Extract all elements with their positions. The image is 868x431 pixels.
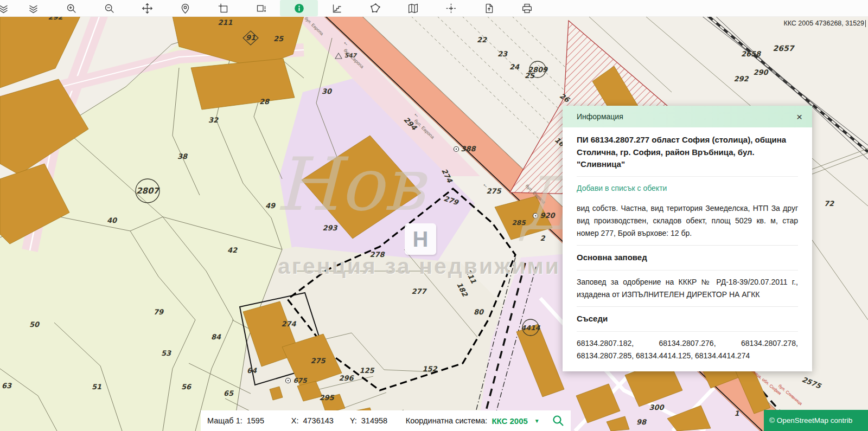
svg-text:211: 211 xyxy=(218,18,232,27)
search-button[interactable] xyxy=(546,410,571,431)
section-heading-neighbors: Съседи xyxy=(577,306,798,332)
svg-text:290: 290 xyxy=(753,68,769,76)
polygon-select-icon[interactable] xyxy=(356,0,394,16)
svg-text:275: 275 xyxy=(486,187,501,195)
svg-text:30: 30 xyxy=(322,87,333,95)
svg-text:42: 42 xyxy=(227,246,238,254)
svg-text:292: 292 xyxy=(733,75,749,83)
svg-text:72: 72 xyxy=(824,200,834,208)
y-input[interactable]: 314958 xyxy=(361,416,390,425)
svg-text:152: 152 xyxy=(422,365,437,373)
svg-text:50: 50 xyxy=(29,320,40,329)
svg-text:98: 98 xyxy=(636,418,647,426)
svg-text:296: 296 xyxy=(339,374,354,382)
chevron-down-icon[interactable]: ▼ xyxy=(534,418,540,424)
info-panel-header: Информация × xyxy=(563,106,812,127)
svg-text:63: 63 xyxy=(2,382,12,390)
zoom-in-icon[interactable] xyxy=(52,0,90,16)
add-to-list-link[interactable]: Добави в списък с обекти xyxy=(577,177,798,197)
info-icon[interactable] xyxy=(280,0,318,16)
print-icon[interactable] xyxy=(508,0,546,16)
svg-text:53: 53 xyxy=(161,349,171,357)
svg-text:56: 56 xyxy=(181,383,192,391)
svg-text:2657: 2657 xyxy=(773,44,795,53)
status-bar: Мащаб 1: 1595 X: 4736143 Y: 314958 Коорд… xyxy=(201,410,546,431)
svg-text:275: 275 xyxy=(310,357,326,365)
svg-text:38: 38 xyxy=(177,152,188,160)
section-text-neighbors: 68134.2807.182, 68134.2807.276, 68134.28… xyxy=(577,332,798,368)
svg-text:4414: 4414 xyxy=(521,324,541,332)
svg-text:388: 388 xyxy=(461,145,476,153)
location-pin-icon[interactable] xyxy=(166,0,204,16)
y-label: Y: xyxy=(350,416,357,425)
svg-text:278: 278 xyxy=(369,250,385,259)
svg-text:23: 23 xyxy=(497,50,508,58)
svg-text:80: 80 xyxy=(474,308,484,316)
svg-text:65: 65 xyxy=(224,389,234,397)
svg-text:49: 49 xyxy=(265,202,276,210)
svg-text:79: 79 xyxy=(154,308,164,316)
svg-text:285: 285 xyxy=(512,219,526,227)
svg-text:22: 22 xyxy=(477,36,487,44)
svg-text:920: 920 xyxy=(540,211,556,220)
map-book-icon[interactable] xyxy=(394,0,432,16)
svg-text:295: 295 xyxy=(319,394,334,402)
property-details: вид собств. Частна, вид територия Земеде… xyxy=(577,197,798,245)
section-text-order: Заповед за одобрение на КККР № РД-18-39/… xyxy=(577,271,798,306)
svg-text:40: 40 xyxy=(107,216,118,224)
svg-text:125: 125 xyxy=(359,366,374,375)
profile-icon[interactable] xyxy=(318,0,356,16)
close-icon[interactable]: × xyxy=(796,112,802,122)
svg-text:64: 64 xyxy=(247,366,257,375)
text-caret xyxy=(865,20,866,27)
svg-text:24: 24 xyxy=(509,63,520,71)
info-panel: Информация × ПИ 68134.2807.277 област Со… xyxy=(563,106,812,371)
svg-text:293: 293 xyxy=(322,224,337,232)
pan-icon[interactable] xyxy=(128,0,166,16)
svg-text:2809: 2809 xyxy=(528,66,548,74)
svg-text:675: 675 xyxy=(293,377,308,384)
zoom-out-icon[interactable] xyxy=(90,0,128,16)
svg-text:2807: 2807 xyxy=(136,186,159,196)
area-alert-icon[interactable] xyxy=(242,0,280,16)
crs-label: Координатна система: xyxy=(406,416,488,425)
svg-text:51: 51 xyxy=(92,383,101,391)
osm-attribution[interactable]: © OpenStreetMap contrib xyxy=(764,410,868,431)
svg-text:32: 32 xyxy=(208,116,219,124)
coords-readout: ККС 2005 4736268, 31529 xyxy=(783,20,866,27)
x-label: X: xyxy=(291,416,299,425)
toolbar xyxy=(0,0,868,17)
section-heading-order: Основна заповед xyxy=(577,245,798,271)
svg-text:1: 1 xyxy=(734,409,739,417)
coordinates-grid-icon[interactable] xyxy=(432,0,470,16)
svg-text:300: 300 xyxy=(649,403,665,411)
scale-label: Мащаб 1: xyxy=(207,416,242,425)
svg-text:277: 277 xyxy=(411,287,427,295)
export-icon[interactable] xyxy=(470,0,508,16)
svg-text:2658: 2658 xyxy=(741,50,762,58)
scale-input[interactable]: 1595 xyxy=(247,416,275,425)
layers-icon[interactable] xyxy=(0,0,14,16)
svg-text:292: 292 xyxy=(48,16,63,21)
svg-text:274: 274 xyxy=(281,320,296,328)
property-title: ПИ 68134.2807.277 област София (столица)… xyxy=(577,128,798,177)
svg-text:91: 91 xyxy=(246,34,256,42)
svg-text:84: 84 xyxy=(211,333,221,341)
info-panel-title: Информация xyxy=(577,112,623,121)
svg-text:28: 28 xyxy=(259,98,270,106)
svg-text:2: 2 xyxy=(540,234,545,242)
x-input[interactable]: 4736143 xyxy=(303,416,333,425)
svg-text:25: 25 xyxy=(273,35,284,43)
layers-icon[interactable] xyxy=(14,0,52,16)
search-icon xyxy=(552,414,565,427)
crs-dropdown[interactable]: ККС 2005 xyxy=(492,416,527,426)
info-panel-body: ПИ 68134.2807.277 област София (столица)… xyxy=(563,127,812,371)
area-select-icon[interactable] xyxy=(204,0,242,16)
